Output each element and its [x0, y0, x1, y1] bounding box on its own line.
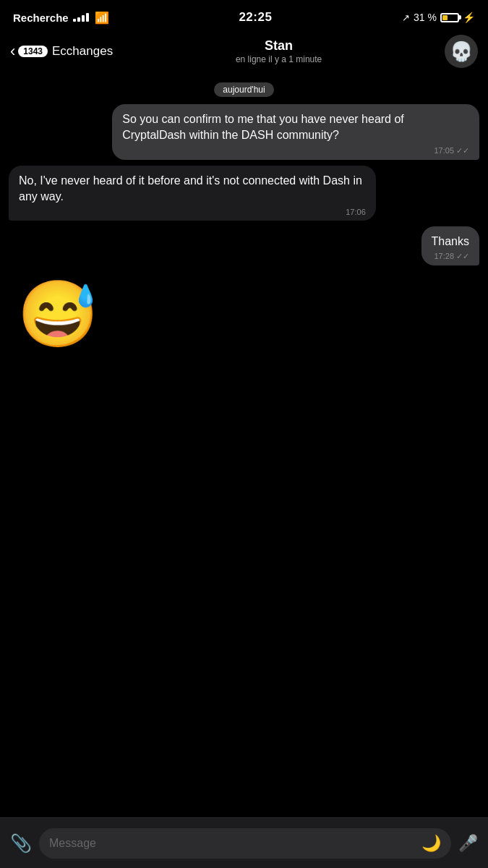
message-time: 17:06 [346, 208, 366, 216]
avatar-icon: 💀 [450, 41, 473, 63]
checkmarks-icon: ✓✓ [456, 252, 469, 261]
message-meta: 17:06 [19, 208, 366, 216]
signal-bars [73, 13, 89, 22]
emoji-picker-icon[interactable]: 🌙 [421, 834, 441, 853]
battery-percent: 31 % [414, 12, 437, 23]
battery-icon [440, 13, 459, 22]
message-text: Thanks [432, 234, 469, 250]
message-bubble-sent-2: Thanks 17:28 ✓✓ [421, 226, 479, 265]
table-row: So you can confirm to me that you have n… [9, 104, 479, 160]
status-left: Recherche 📶 [13, 11, 109, 25]
wifi-icon: 📶 [95, 11, 109, 25]
table-row: No, I've never heard of it before and it… [9, 166, 479, 221]
message-meta: 17:05 ✓✓ [122, 146, 469, 156]
message-meta: 17:28 ✓✓ [432, 252, 469, 261]
message-time: 17:05 [434, 146, 454, 155]
status-right: ↗ 31 % ⚡ [402, 12, 475, 23]
carrier-label: Recherche [13, 12, 69, 24]
input-bar: 📎 Message 🌙 🎤 [0, 817, 488, 868]
nav-center: Stan en ligne il y a 1 minute [236, 38, 322, 64]
message-input[interactable]: Message [49, 837, 421, 850]
microphone-icon[interactable]: 🎤 [458, 834, 478, 853]
avatar[interactable]: 💀 [445, 35, 478, 68]
back-arrow-icon[interactable]: ‹ [10, 43, 15, 59]
emoji-message: 😅 [9, 271, 107, 357]
nav-back[interactable]: ‹ 1343 Ecchanges [10, 43, 113, 59]
message-time: 17:28 [434, 252, 454, 260]
message-input-wrapper[interactable]: Message 🌙 [39, 828, 451, 859]
badge-count: 1343 [18, 46, 48, 57]
contact-name: Stan [236, 38, 322, 54]
online-status: en ligne il y a 1 minute [236, 54, 322, 64]
location-icon: ↗ [402, 12, 410, 23]
message-bubble-received-1: No, I've never heard of it before and it… [9, 166, 376, 221]
date-pill-label: aujourd'hui [214, 82, 273, 97]
status-time: 22:25 [239, 10, 272, 25]
back-label[interactable]: Ecchanges [52, 44, 113, 59]
message-bubble-sent-1: So you can confirm to me that you have n… [112, 104, 479, 160]
checkmarks-icon: ✓✓ [456, 146, 469, 156]
table-row: 😅 [9, 271, 479, 357]
message-text: So you can confirm to me that you have n… [122, 111, 469, 144]
attach-icon[interactable]: 📎 [10, 833, 32, 854]
lightning-icon: ⚡ [463, 12, 475, 23]
status-bar: Recherche 📶 22:25 ↗ 31 % ⚡ [0, 0, 488, 32]
messages-area: aujourd'hui So you can confirm to me tha… [0, 75, 488, 810]
date-divider: aujourd'hui [9, 82, 479, 97]
table-row: Thanks 17:28 ✓✓ [9, 226, 479, 265]
nav-header: ‹ 1343 Ecchanges Stan en ligne il y a 1 … [0, 32, 488, 75]
message-text: No, I've never heard of it before and it… [19, 173, 366, 205]
